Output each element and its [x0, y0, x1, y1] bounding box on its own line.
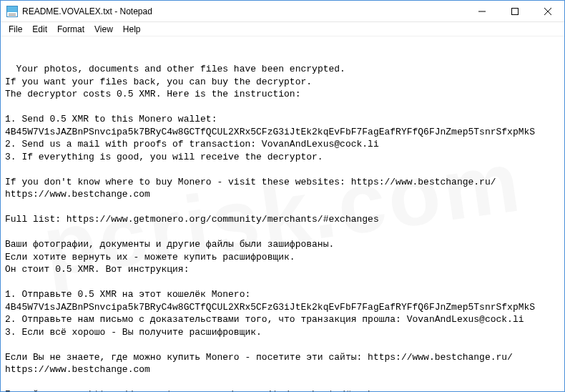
minimize-icon: [478, 8, 486, 15]
window-controls: [466, 1, 564, 21]
maximize-icon: [511, 8, 519, 15]
menu-help[interactable]: Help: [118, 23, 146, 36]
close-button[interactable]: [531, 1, 564, 21]
notepad-icon: [6, 6, 18, 17]
titlebar: README.VOVALEX.txt - Notepad: [1, 1, 564, 22]
menu-file[interactable]: File: [4, 23, 27, 36]
menu-edit[interactable]: Edit: [27, 23, 52, 36]
window-title: README.VOVALEX.txt - Notepad: [22, 6, 466, 16]
document-text: Your photos, documents and other files h…: [5, 64, 535, 391]
maximize-button[interactable]: [498, 1, 531, 21]
menu-view[interactable]: View: [89, 23, 118, 36]
menubar: File Edit Format View Help: [1, 22, 564, 36]
close-icon: [544, 8, 551, 15]
menu-format[interactable]: Format: [52, 23, 89, 36]
svg-rect-1: [512, 8, 519, 14]
minimize-button[interactable]: [466, 1, 498, 21]
text-area[interactable]: pcrisk.com Your photos, documents and ot…: [1, 36, 564, 391]
